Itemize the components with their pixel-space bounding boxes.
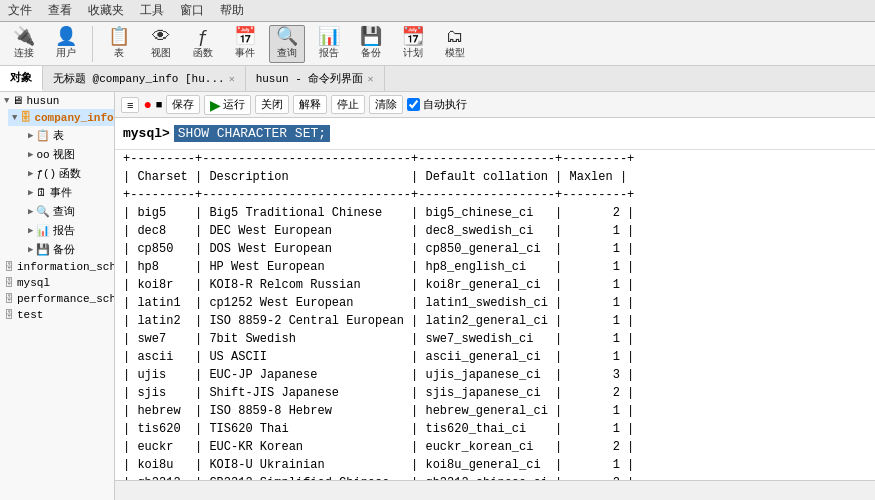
- toolbar-user[interactable]: 👤 用户: [48, 25, 84, 63]
- toolbar-query-label: 查询: [277, 46, 297, 60]
- sidebar-reports[interactable]: ▶ 📊 报告: [24, 221, 114, 240]
- query-icon: 🔍: [276, 28, 298, 46]
- sidebar-queries[interactable]: ▶ 🔍 查询: [24, 202, 114, 221]
- tables-arrow: ▶: [28, 130, 33, 141]
- report-icon: 📊: [318, 28, 340, 46]
- qbtn-menu[interactable]: ≡: [121, 97, 139, 113]
- results-area[interactable]: +---------+-----------------------------…: [115, 150, 875, 480]
- toolbar-backup-label: 备份: [361, 46, 381, 60]
- qbtn-explain[interactable]: 解释: [293, 95, 327, 114]
- reports-icon: 📊: [36, 224, 50, 237]
- run-icon: ▶: [210, 97, 221, 113]
- queries-label: 查询: [53, 204, 75, 219]
- toolbar-backup[interactable]: 💾 备份: [353, 25, 389, 63]
- tab-console[interactable]: husun - 命令列界面 ✕: [246, 66, 385, 91]
- auto-run-label: 自动执行: [407, 97, 467, 112]
- save-label: 保存: [172, 97, 194, 112]
- sidebar-connection-husun[interactable]: ▼ 🖥 husun: [0, 92, 114, 109]
- stop-indicator: ●: [143, 97, 151, 113]
- events-icon: 🗓: [36, 186, 47, 199]
- tab-object[interactable]: 对象: [0, 66, 43, 91]
- main-area: ▼ 🖥 husun ▼ 🗄 company_info ▶ 📋 表 ▶ oo 视图: [0, 92, 875, 500]
- qbtn-close[interactable]: 关闭: [255, 95, 289, 114]
- queries-icon: 🔍: [36, 205, 50, 218]
- company-info-children: ▶ 📋 表 ▶ oo 视图 ▶ ƒ() 函数 ▶ 🗓 事件: [8, 126, 114, 259]
- toolbar-view-label: 视图: [151, 46, 171, 60]
- db-icon-perf: 🗄: [4, 293, 14, 305]
- sidebar-db-company-info-item[interactable]: ▼ 🗄 company_info: [8, 109, 114, 126]
- toolbar-query[interactable]: 🔍 查询: [269, 25, 305, 63]
- qbtn-stop[interactable]: 停止: [331, 95, 365, 114]
- auto-run-checkbox[interactable]: [407, 98, 420, 111]
- toolbar-function-label: 函数: [193, 46, 213, 60]
- tab-console-close[interactable]: ✕: [367, 73, 373, 85]
- toolbar-function[interactable]: ƒ 函数: [185, 25, 221, 63]
- sidebar-views[interactable]: ▶ oo 视图: [24, 145, 114, 164]
- sql-command[interactable]: SHOW CHARACTER SET;: [174, 125, 330, 142]
- toolbar-report-label: 报告: [319, 46, 339, 60]
- menu-item-tools[interactable]: 工具: [136, 1, 168, 20]
- toolbar-separator-1: [92, 26, 93, 62]
- menu-item-window[interactable]: 窗口: [176, 1, 208, 20]
- toolbar-connect[interactable]: 🔌 连接: [6, 25, 42, 63]
- toolbar-view[interactable]: 👁 视图: [143, 25, 179, 63]
- menu-item-view[interactable]: 查看: [44, 1, 76, 20]
- tab-object-label: 对象: [10, 70, 32, 85]
- tab-query[interactable]: 无标题 @company_info [hu... ✕: [43, 66, 246, 91]
- view-icon: 👁: [152, 28, 170, 46]
- sidebar-backups[interactable]: ▶ 💾 备份: [24, 240, 114, 259]
- db-mysql-label: mysql: [17, 277, 50, 289]
- reports-label: 报告: [53, 223, 75, 238]
- qbtn-clear[interactable]: 清除: [369, 95, 403, 114]
- expand-arrow-company: ▼: [12, 113, 17, 123]
- connect-icon: 🔌: [13, 28, 35, 46]
- toolbar-table-label: 表: [114, 46, 124, 60]
- toolbar-model[interactable]: 🗂 模型: [437, 25, 473, 63]
- reports-arrow: ▶: [28, 225, 33, 236]
- sidebar-db-information-schema[interactable]: 🗄 information_schema: [0, 259, 114, 275]
- stop-label: 停止: [337, 97, 359, 112]
- sidebar-db-performance-schema[interactable]: 🗄 performance_schema: [0, 291, 114, 307]
- backups-label: 备份: [53, 242, 75, 257]
- sidebar-tables[interactable]: ▶ 📋 表: [24, 126, 114, 145]
- sidebar-events[interactable]: ▶ 🗓 事件: [24, 183, 114, 202]
- db-company-info-label: company_info: [34, 112, 113, 124]
- sidebar-db-mysql[interactable]: 🗄 mysql: [0, 275, 114, 291]
- views-label: 视图: [53, 147, 75, 162]
- toolbar-table[interactable]: 📋 表: [101, 25, 137, 63]
- backups-icon: 💾: [36, 243, 50, 256]
- functions-arrow: ▶: [28, 168, 33, 179]
- queries-arrow: ▶: [28, 206, 33, 217]
- toolbar-event[interactable]: 📅 事件: [227, 25, 263, 63]
- db-icon-info: 🗄: [4, 261, 14, 273]
- schedule-icon: 📆: [402, 28, 424, 46]
- qbtn-run[interactable]: ▶运行: [204, 95, 251, 115]
- toolbar-user-label: 用户: [56, 46, 76, 60]
- query-toolbar: ≡ ● ■ 保存 ▶运行 关闭 解释 停止 清除 自动执行: [115, 92, 875, 118]
- sidebar-db-company-info: ▼ 🗄 company_info ▶ 📋 表 ▶ oo 视图 ▶ ƒ(): [0, 109, 114, 259]
- menu-item-help[interactable]: 帮助: [216, 1, 248, 20]
- backups-arrow: ▶: [28, 244, 33, 255]
- qbtn-save[interactable]: 保存: [166, 95, 200, 114]
- views-arrow: ▶: [28, 149, 33, 160]
- menu-item-file[interactable]: 文件: [4, 1, 36, 20]
- tab-query-close[interactable]: ✕: [229, 73, 235, 85]
- tab-console-label: husun - 命令列界面: [256, 71, 364, 86]
- toolbar-event-label: 事件: [235, 46, 255, 60]
- events-label: 事件: [50, 185, 72, 200]
- connection-icon: 🖥: [12, 94, 23, 107]
- status-bar: [115, 480, 875, 500]
- sidebar-functions[interactable]: ▶ ƒ() 函数: [24, 164, 114, 183]
- toolbar-report[interactable]: 📊 报告: [311, 25, 347, 63]
- toolbar-schedule[interactable]: 📆 计划: [395, 25, 431, 63]
- user-icon: 👤: [55, 28, 77, 46]
- db-performance-schema-label: performance_schema: [17, 293, 115, 305]
- event-icon: 📅: [234, 28, 256, 46]
- sql-prompt: mysql>: [123, 126, 170, 141]
- toolbar: 🔌 连接 👤 用户 📋 表 👁 视图 ƒ 函数 📅 事件 🔍 查询 📊 报告 💾…: [0, 22, 875, 66]
- views-icon: oo: [36, 149, 49, 161]
- menu-item-favorites[interactable]: 收藏夹: [84, 1, 128, 20]
- title-bar: 文件 查看 收藏夹 工具 窗口 帮助: [0, 0, 875, 22]
- db-icon: 🗄: [20, 111, 31, 124]
- sidebar-db-test[interactable]: 🗄 test: [0, 307, 114, 323]
